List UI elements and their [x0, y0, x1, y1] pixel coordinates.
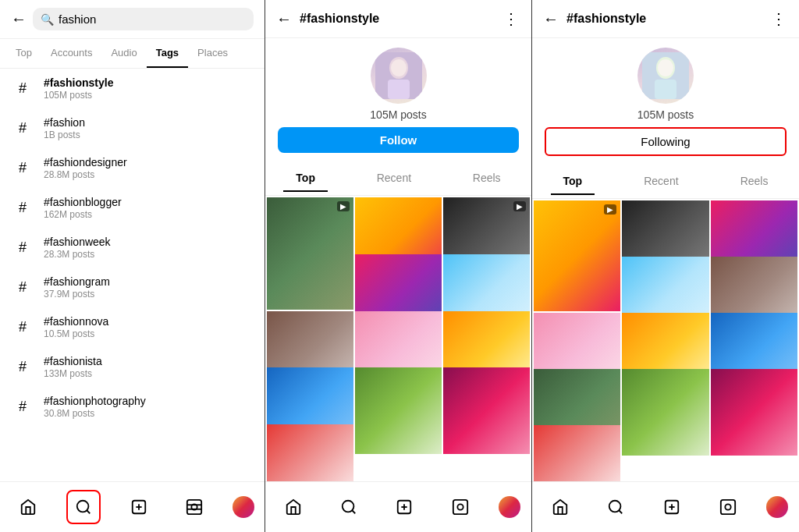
- tag-item-fashionweek[interactable]: # #fashionweek 28.3M posts: [0, 228, 265, 268]
- right-tab-reels[interactable]: Reels: [728, 168, 781, 195]
- tag-name: #fashionweek: [44, 236, 111, 248]
- tab-tags[interactable]: Tags: [147, 39, 188, 68]
- mid-home-button[interactable]: [276, 490, 311, 524]
- tag-item-fashiondesigner[interactable]: # #fashiondesigner 28.8M posts: [0, 148, 265, 188]
- tag-posts: 37.9M posts: [44, 289, 110, 300]
- back-button[interactable]: ←: [11, 10, 27, 28]
- tag-item-fashionnova[interactable]: # #fashionnova 10.5M posts: [0, 307, 265, 347]
- mid-add-button[interactable]: [387, 490, 421, 524]
- profile-avatar[interactable]: [233, 496, 254, 518]
- reels-button[interactable]: [177, 490, 211, 524]
- photo-cell[interactable]: [622, 369, 708, 456]
- right-home-button[interactable]: [543, 490, 577, 524]
- mid-panel: ← #fashionstyle ⋮ 105M posts Follow Top …: [265, 0, 532, 532]
- photo-cell[interactable]: ▶: [534, 200, 620, 311]
- tag-name: #fashiongram: [44, 275, 110, 288]
- tag-item-fashionstyle[interactable]: # #fashionstyle 105M posts: [0, 69, 265, 108]
- svg-rect-18: [453, 500, 467, 514]
- mid-bottom-nav: [265, 481, 531, 532]
- following-button[interactable]: Following: [545, 127, 787, 156]
- right-back-button[interactable]: ←: [543, 10, 559, 28]
- right-panel-menu[interactable]: ⋮: [771, 9, 788, 28]
- follow-button[interactable]: Follow: [278, 127, 519, 153]
- video-badge: ▶: [337, 201, 350, 211]
- right-panel-header: ← #fashionstyle ⋮: [532, 0, 799, 38]
- add-post-button[interactable]: [122, 490, 156, 524]
- hash-icon: #: [12, 239, 33, 256]
- tab-top[interactable]: Top: [6, 39, 41, 68]
- tag-name: #fashionnova: [44, 315, 108, 328]
- hash-icon: #: [12, 120, 33, 137]
- tab-accounts[interactable]: Accounts: [41, 39, 101, 68]
- mid-panel-menu[interactable]: ⋮: [503, 9, 520, 28]
- mid-hashtag-avatar: [371, 48, 427, 104]
- photo-cell[interactable]: [534, 425, 620, 481]
- mid-search-button[interactable]: [332, 490, 366, 524]
- search-button[interactable]: [66, 490, 101, 524]
- tag-info: #fashionblogger 162M posts: [44, 196, 122, 220]
- mid-profile-avatar[interactable]: [499, 496, 520, 518]
- right-hashtag-info: 105M posts Following: [532, 38, 799, 165]
- tab-places[interactable]: Places: [188, 39, 237, 68]
- tag-item-fashionista[interactable]: # #fashionista 133M posts: [0, 347, 265, 387]
- left-panel: ← 🔍 Top Accounts Audio Tags Places # #fa…: [0, 0, 265, 532]
- tag-name: #fashionista: [44, 355, 102, 367]
- svg-point-12: [391, 59, 407, 76]
- home-button[interactable]: [11, 490, 45, 524]
- mid-tab-top[interactable]: Top: [283, 165, 328, 192]
- svg-line-1: [87, 510, 90, 513]
- bottom-nav: [0, 481, 265, 532]
- right-posts-count: 105M posts: [637, 108, 694, 121]
- svg-line-25: [620, 510, 623, 513]
- search-icon: 🔍: [41, 13, 54, 26]
- mid-reels-button[interactable]: [443, 490, 478, 524]
- tag-name: #fashionphotography: [44, 395, 146, 407]
- photo-cell[interactable]: [267, 424, 353, 481]
- svg-point-19: [457, 504, 463, 509]
- hash-icon: #: [12, 359, 33, 375]
- photo-cell[interactable]: ▶: [267, 197, 353, 310]
- mid-back-button[interactable]: ←: [276, 10, 292, 28]
- right-reels-button[interactable]: [711, 490, 745, 524]
- tag-info: #fashionstyle 105M posts: [44, 76, 113, 101]
- tag-item-fashion[interactable]: # #fashion 1B posts: [0, 108, 265, 148]
- mid-photo-grid: ▶ ▶: [265, 196, 531, 481]
- mid-tab-reels[interactable]: Reels: [460, 165, 513, 192]
- photo-cell[interactable]: [443, 367, 530, 454]
- mid-hashtag-info: 105M posts Follow: [265, 38, 531, 162]
- right-add-button[interactable]: [655, 490, 689, 524]
- svg-line-14: [352, 510, 355, 513]
- tag-posts: 10.5M posts: [44, 328, 108, 339]
- right-bottom-nav: [532, 481, 799, 532]
- mid-tab-recent[interactable]: Recent: [364, 165, 424, 192]
- right-panel-title: #fashionstyle: [566, 12, 763, 26]
- tag-name: #fashiondesigner: [44, 156, 127, 168]
- tag-item-fashionphotography[interactable]: # #fashionphotography 30.8M posts: [0, 387, 265, 427]
- right-tab-top[interactable]: Top: [551, 168, 595, 195]
- right-panel: ← #fashionstyle ⋮ 105M posts Following T…: [532, 0, 799, 532]
- right-profile-avatar[interactable]: [766, 496, 788, 518]
- svg-point-0: [76, 501, 88, 512]
- tag-item-fashiongram[interactable]: # #fashiongram 37.9M posts: [0, 268, 265, 307]
- tag-info: #fashionweek 28.3M posts: [44, 236, 111, 260]
- tag-info: #fashionphotography 30.8M posts: [44, 395, 146, 419]
- tag-info: #fashion 1B posts: [44, 116, 85, 140]
- tag-name: #fashionstyle: [44, 76, 113, 89]
- photo-cell[interactable]: [355, 367, 442, 454]
- mid-panel-header: ← #fashionstyle ⋮: [265, 0, 531, 38]
- search-input[interactable]: [59, 12, 246, 26]
- tag-posts: 162M posts: [44, 209, 122, 220]
- right-tab-recent[interactable]: Recent: [631, 168, 691, 195]
- nav-tabs: Top Accounts Audio Tags Places: [0, 39, 265, 69]
- svg-rect-29: [720, 500, 734, 514]
- tag-item-fashionblogger[interactable]: # #fashionblogger 162M posts: [0, 188, 265, 228]
- right-photo-grid: ▶: [532, 199, 799, 481]
- svg-rect-11: [388, 80, 410, 99]
- right-search-button[interactable]: [598, 490, 633, 524]
- hash-icon: #: [12, 399, 33, 415]
- photo-cell[interactable]: [711, 369, 797, 456]
- tab-audio[interactable]: Audio: [101, 39, 146, 68]
- right-content-tabs: Top Recent Reels: [532, 165, 799, 199]
- svg-point-13: [343, 501, 354, 512]
- hash-icon: #: [12, 160, 33, 176]
